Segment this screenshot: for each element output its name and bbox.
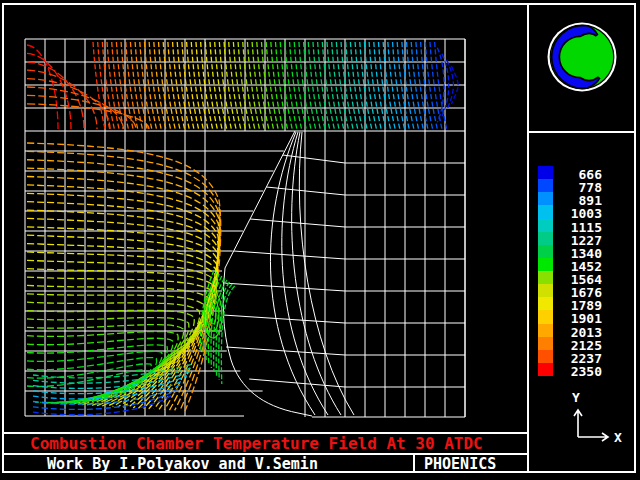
legend-swatch	[538, 284, 553, 297]
x-axis-arrow	[578, 433, 608, 441]
credit-text: Work By I.Polyakov and V.Semin	[47, 456, 407, 472]
legend-swatch	[538, 192, 553, 205]
axis-widget	[550, 400, 635, 450]
legend-swatch	[538, 245, 553, 258]
legend-swatch	[538, 271, 553, 284]
divider-logo-legend	[529, 131, 635, 133]
phoenics-photon-screen: Combustion Chamber Temperature Field At …	[0, 0, 640, 480]
legend-swatch	[538, 219, 553, 232]
legend-swatch	[538, 297, 553, 310]
divider-phoenics-box	[413, 455, 415, 471]
legend-swatch	[538, 258, 553, 271]
brand-label: PHOENICS	[424, 456, 524, 472]
plot-title: Combustion Chamber Temperature Field At …	[30, 435, 530, 452]
y-axis-arrow	[574, 410, 582, 437]
legend-swatch	[538, 205, 553, 219]
legend-swatch	[538, 324, 553, 337]
legend-swatch	[538, 337, 553, 350]
legend-value: 1901	[556, 312, 602, 325]
legend-swatch	[538, 310, 553, 324]
legend-value: 2350	[556, 365, 602, 378]
phoenics-logo	[545, 20, 620, 95]
legend-swatch	[538, 179, 553, 192]
legend-value: 1003	[556, 207, 602, 220]
y-axis-label: Y	[572, 391, 580, 404]
legend-swatch	[538, 232, 553, 245]
legend-swatch	[538, 350, 553, 363]
divider-main-right-panel	[527, 4, 529, 472]
legend-swatch	[538, 363, 553, 376]
x-axis-label: X	[614, 431, 622, 444]
legend-swatch	[538, 166, 553, 179]
